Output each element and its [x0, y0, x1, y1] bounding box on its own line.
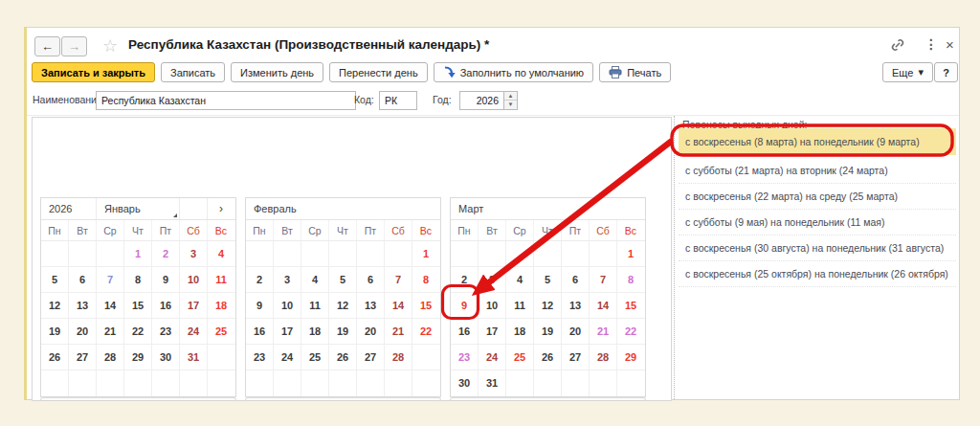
day-cell[interactable]: 19: [41, 319, 69, 344]
day-cell[interactable]: 18: [208, 293, 234, 318]
day-cell[interactable]: 10: [180, 267, 208, 292]
day-cell[interactable]: 1: [617, 241, 644, 266]
day-cell[interactable]: 15: [412, 293, 439, 318]
day-cell[interactable]: 7: [97, 267, 124, 292]
day-cell[interactable]: 10: [479, 293, 506, 318]
day-cell[interactable]: 27: [357, 345, 385, 370]
forward-button[interactable]: →: [61, 36, 87, 56]
day-cell[interactable]: 3: [274, 267, 301, 292]
day-cell[interactable]: 31: [479, 370, 506, 396]
day-cell[interactable]: 1: [124, 241, 152, 266]
day-cell[interactable]: 18: [506, 319, 534, 344]
day-cell[interactable]: 28: [590, 345, 617, 370]
favorite-star-icon[interactable]: ☆: [102, 35, 118, 56]
day-cell[interactable]: 21: [385, 319, 412, 344]
day-cell[interactable]: 21: [97, 319, 124, 344]
transfer-list-item[interactable]: с субботы (21 марта) на вторник (24 март…: [679, 158, 956, 184]
help-button[interactable]: ?: [934, 62, 958, 82]
day-cell[interactable]: 4: [301, 267, 329, 292]
name-input[interactable]: [96, 91, 356, 110]
day-cell[interactable]: 14: [385, 293, 412, 318]
day-cell[interactable]: 3: [180, 241, 208, 266]
day-cell[interactable]: 9: [246, 293, 274, 318]
day-cell[interactable]: 12: [329, 293, 357, 318]
day-cell[interactable]: 19: [329, 319, 357, 344]
transfer-list-item[interactable]: с воскресенья (25 октября) на понедельни…: [679, 261, 956, 287]
day-cell[interactable]: 8: [124, 267, 152, 292]
day-cell[interactable]: 29: [617, 345, 644, 370]
next-month-arrow[interactable]: ›: [208, 198, 234, 219]
day-cell[interactable]: 14: [97, 293, 124, 318]
day-cell[interactable]: 2: [152, 241, 180, 266]
day-cell[interactable]: 24: [180, 319, 208, 344]
save-and-close-button[interactable]: Записать и закрыть: [32, 62, 155, 82]
day-cell[interactable]: 12: [41, 293, 69, 318]
day-cell[interactable]: 17: [180, 293, 208, 318]
day-cell[interactable]: 25: [301, 345, 329, 370]
day-cell[interactable]: 16: [246, 319, 274, 344]
change-day-button[interactable]: Изменить день: [231, 62, 323, 82]
panel-splitter[interactable]: [674, 116, 675, 399]
day-cell[interactable]: 10: [274, 293, 301, 318]
more-button[interactable]: Еще ▾: [882, 62, 933, 82]
day-cell[interactable]: 26: [534, 345, 562, 370]
year-input[interactable]: [459, 91, 504, 110]
day-cell[interactable]: 4: [506, 267, 534, 292]
day-cell[interactable]: 27: [69, 345, 97, 370]
day-cell[interactable]: 19: [534, 319, 562, 344]
code-input[interactable]: [379, 91, 417, 110]
day-cell[interactable]: 11: [506, 293, 534, 318]
move-day-button[interactable]: Перенести день: [329, 62, 428, 82]
day-cell[interactable]: 7: [590, 267, 617, 292]
day-cell[interactable]: 9: [152, 267, 180, 292]
day-cell[interactable]: 11: [301, 293, 329, 318]
spinner-down-icon[interactable]: ▼: [504, 101, 517, 109]
transfer-list-item[interactable]: с субботы (9 мая) на понедельник (11 мая…: [679, 210, 956, 235]
day-cell[interactable]: 30: [152, 345, 180, 370]
transfer-list-item[interactable]: с воскресенья (30 августа) на понедельни…: [679, 235, 956, 261]
day-cell[interactable]: 16: [152, 293, 180, 318]
day-cell[interactable]: 25: [506, 345, 534, 370]
day-cell[interactable]: 21: [590, 319, 617, 344]
day-cell[interactable]: 30: [451, 370, 479, 396]
day-cell[interactable]: 6: [69, 267, 97, 292]
day-cell[interactable]: 26: [41, 345, 69, 370]
day-cell[interactable]: 11: [208, 267, 234, 292]
day-cell[interactable]: 24: [274, 345, 301, 370]
day-cell[interactable]: 31: [180, 345, 208, 370]
day-cell[interactable]: 23: [152, 319, 180, 344]
day-cell[interactable]: 5: [534, 267, 562, 292]
day-cell[interactable]: 24: [479, 345, 506, 370]
day-cell[interactable]: 13: [357, 293, 385, 318]
close-icon[interactable]: ×: [946, 36, 954, 53]
day-cell[interactable]: 22: [617, 319, 644, 344]
day-cell[interactable]: 28: [97, 345, 124, 370]
day-cell-transferred[interactable]: 9: [451, 293, 479, 318]
get-link-icon[interactable]: [890, 37, 905, 56]
day-cell[interactable]: 6: [562, 267, 590, 292]
window-menu-icon[interactable]: ⋮: [924, 36, 938, 52]
save-button[interactable]: Записать: [161, 62, 225, 82]
transfer-list-item[interactable]: с воскресенья (22 марта) на среду (25 ма…: [679, 184, 956, 210]
day-cell[interactable]: 20: [69, 319, 97, 344]
day-cell[interactable]: 17: [274, 319, 301, 344]
day-cell[interactable]: 16: [451, 319, 479, 344]
day-cell[interactable]: 22: [124, 319, 152, 344]
day-cell[interactable]: 8: [412, 267, 439, 292]
print-button[interactable]: Печать: [599, 62, 671, 82]
year-spinner[interactable]: ▲ ▼: [504, 91, 518, 110]
day-cell[interactable]: 2: [451, 267, 479, 292]
day-cell[interactable]: 13: [562, 293, 590, 318]
day-cell[interactable]: 5: [329, 267, 357, 292]
spinner-up-icon[interactable]: ▲: [504, 92, 517, 101]
day-cell[interactable]: 20: [357, 319, 385, 344]
day-cell[interactable]: 3: [479, 267, 506, 292]
month-name-dropdown[interactable]: Январь: [97, 198, 180, 219]
fill-default-button[interactable]: Заполнить по умолчанию: [434, 62, 594, 82]
day-cell[interactable]: 29: [124, 345, 152, 370]
day-cell[interactable]: 12: [534, 293, 562, 318]
day-cell[interactable]: 22: [412, 319, 439, 344]
day-cell[interactable]: 7: [385, 267, 412, 292]
day-cell[interactable]: 23: [246, 345, 274, 370]
day-cell[interactable]: 18: [301, 319, 329, 344]
